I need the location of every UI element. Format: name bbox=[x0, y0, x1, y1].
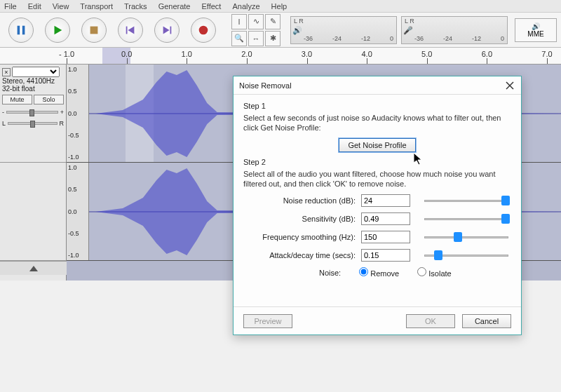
noise-isolate-radio[interactable]: Isolate bbox=[417, 267, 451, 278]
pause-button[interactable] bbox=[8, 18, 34, 43]
svg-marker-5 bbox=[128, 26, 134, 34]
speaker-icon: 🔊 bbox=[532, 22, 540, 30]
playback-meter[interactable]: L R 🔊 -36 -24 -12 0 bbox=[290, 16, 397, 44]
menu-effect[interactable]: Effect bbox=[202, 2, 222, 11]
radio-label: Remove bbox=[370, 269, 399, 278]
svg-rect-1 bbox=[22, 25, 25, 34]
track-controls: × Stereo, 44100Hz 32-bit float Mute Solo… bbox=[0, 65, 66, 163]
output-device-selector[interactable]: 🔊 MME bbox=[515, 18, 557, 42]
meter-tick: -12 bbox=[361, 35, 370, 42]
svg-marker-2 bbox=[55, 25, 62, 34]
timeline-ruler[interactable]: - 1.00.01.02.03.04.05.06.07.0 bbox=[0, 48, 561, 65]
ruler-label: 5.0 bbox=[421, 50, 432, 58]
pan-right-icon: R bbox=[60, 120, 65, 127]
svg-marker-14 bbox=[414, 153, 421, 165]
stop-button[interactable] bbox=[81, 18, 107, 43]
gain-slider[interactable]: - + bbox=[2, 109, 64, 116]
mute-button[interactable]: Mute bbox=[2, 95, 32, 104]
svg-point-8 bbox=[199, 25, 208, 34]
mic-icon: 🎤 bbox=[403, 26, 413, 35]
dialog-titlebar[interactable]: Noise Removal bbox=[234, 76, 521, 95]
amplitude-axis: 1.0 0.5 0.0 -0.5 -1.0 bbox=[67, 65, 89, 162]
gain-plus-icon: + bbox=[60, 109, 64, 116]
amplitude-axis: 1.0 0.5 0.0 -0.5 -1.0 bbox=[67, 163, 89, 260]
dialog-close-button[interactable] bbox=[504, 80, 515, 91]
meter-lr-label: L R bbox=[405, 18, 414, 25]
record-meter[interactable]: L R 🎤 -36 -24 -12 0 bbox=[401, 16, 508, 44]
axis-label: 1.0 bbox=[68, 164, 87, 171]
step2-description: Select all of the audio you want filtere… bbox=[243, 169, 511, 189]
sensitivity-label: Sensitivity (dB): bbox=[243, 215, 356, 223]
ruler-label: 2.0 bbox=[241, 50, 252, 58]
skip-end-button[interactable] bbox=[154, 18, 180, 43]
svg-marker-6 bbox=[163, 26, 170, 34]
axis-label: -0.5 bbox=[68, 132, 87, 139]
dialog-title: Noise Removal bbox=[239, 81, 292, 90]
sensitivity-slider[interactable] bbox=[424, 212, 508, 225]
zoom-tool-icon[interactable]: 🔍 bbox=[231, 31, 247, 46]
track-header-channel2 bbox=[0, 163, 66, 261]
envelope-tool-icon[interactable]: ∿ bbox=[248, 14, 264, 29]
noise-remove-radio[interactable]: Remove bbox=[359, 267, 399, 278]
track-header: × Stereo, 44100Hz 32-bit float Mute Solo… bbox=[0, 65, 67, 281]
pan-left-icon: L bbox=[2, 120, 6, 127]
cancel-button[interactable]: Cancel bbox=[462, 314, 511, 328]
attack-decay-input[interactable] bbox=[361, 249, 410, 262]
transport-toolbar: I ∿ ✎ 🔍 ↔ ✱ L R 🔊 -36 -24 -12 0 L R 🎤 -3… bbox=[0, 13, 561, 48]
multi-tool-icon[interactable]: ✱ bbox=[265, 31, 280, 46]
meter-tick: -24 bbox=[443, 35, 452, 42]
smoothing-label: Frequency smoothing (Hz): bbox=[243, 233, 356, 241]
ruler-label: 3.0 bbox=[302, 50, 312, 58]
output-host-label: MME bbox=[527, 30, 543, 38]
menu-view[interactable]: View bbox=[53, 2, 69, 11]
track-collapse-button[interactable] bbox=[0, 261, 67, 275]
axis-label: -1.0 bbox=[68, 154, 87, 161]
radio-label: Isolate bbox=[428, 269, 451, 278]
draw-tool-icon[interactable]: ✎ bbox=[265, 14, 280, 29]
menu-edit[interactable]: Edit bbox=[28, 2, 41, 11]
noise-reduction-input[interactable] bbox=[361, 194, 410, 207]
selection-tool-icon[interactable]: I bbox=[231, 14, 247, 29]
timeshift-tool-icon[interactable]: ↔ bbox=[248, 31, 264, 46]
record-button[interactable] bbox=[191, 18, 216, 43]
preview-button[interactable]: Preview bbox=[243, 314, 292, 328]
noise-reduction-slider[interactable] bbox=[424, 194, 508, 207]
svg-marker-9 bbox=[29, 266, 38, 271]
smoothing-slider[interactable] bbox=[424, 231, 508, 243]
attack-decay-slider[interactable] bbox=[424, 249, 508, 262]
skip-start-button[interactable] bbox=[118, 18, 143, 43]
solo-button[interactable]: Solo bbox=[34, 95, 64, 104]
mouse-cursor-icon bbox=[414, 153, 424, 165]
axis-label: 0.5 bbox=[68, 88, 87, 95]
speaker-icon: 🔊 bbox=[292, 26, 302, 35]
meters: L R 🔊 -36 -24 -12 0 L R 🎤 -36 -24 -12 0 bbox=[290, 16, 508, 44]
menu-file[interactable]: File bbox=[4, 2, 17, 11]
axis-label: -1.0 bbox=[68, 252, 87, 259]
sensitivity-input[interactable] bbox=[361, 212, 410, 225]
track-close-button[interactable]: × bbox=[2, 68, 11, 76]
svg-rect-7 bbox=[170, 26, 172, 34]
menu-generate[interactable]: Generate bbox=[158, 2, 191, 11]
pan-slider[interactable]: L R bbox=[2, 120, 64, 127]
smoothing-input[interactable] bbox=[361, 231, 410, 243]
step1-description: Select a few seconds of just noise so Au… bbox=[243, 113, 511, 133]
meter-tick: 0 bbox=[390, 35, 393, 42]
track-menu[interactable] bbox=[12, 67, 60, 77]
edit-tools: I ∿ ✎ 🔍 ↔ ✱ bbox=[231, 14, 280, 46]
noise-removal-dialog: Noise Removal Step 1 Select a few second… bbox=[233, 76, 522, 335]
step1-heading: Step 1 bbox=[243, 102, 511, 110]
track-bitdepth: 32-bit float bbox=[2, 85, 64, 93]
svg-rect-0 bbox=[18, 25, 20, 34]
menu-help[interactable]: Help bbox=[271, 2, 288, 11]
ok-button[interactable]: OK bbox=[406, 314, 455, 328]
meter-tick: -36 bbox=[304, 35, 313, 42]
menu-transport[interactable]: Transport bbox=[80, 2, 113, 11]
axis-label: 1.0 bbox=[68, 66, 87, 73]
play-button[interactable] bbox=[45, 18, 70, 43]
get-noise-profile-button[interactable]: Get Noise Profile bbox=[339, 138, 415, 152]
axis-label: 0.0 bbox=[68, 208, 87, 215]
step2-heading: Step 2 bbox=[243, 158, 511, 166]
menu-tracks[interactable]: Tracks bbox=[124, 2, 147, 11]
meter-tick: -24 bbox=[332, 35, 342, 42]
menu-analyze[interactable]: Analyze bbox=[232, 2, 259, 11]
